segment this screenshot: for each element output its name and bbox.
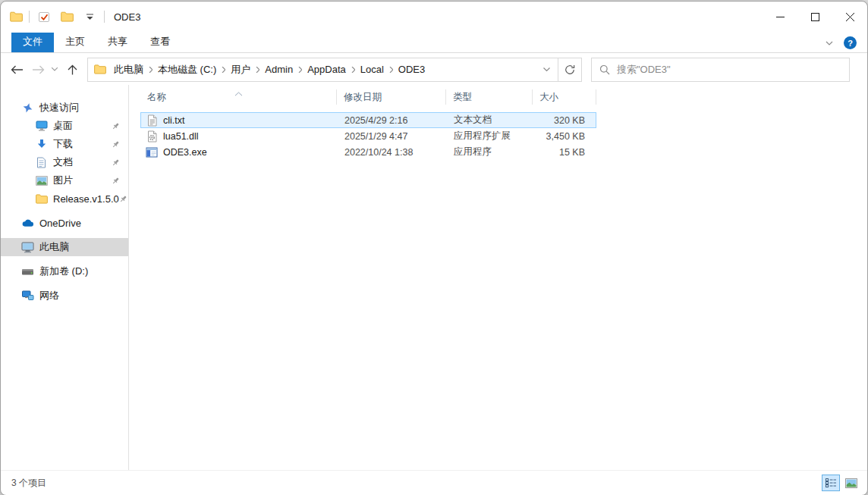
address-bar[interactable]: 此电脑 本地磁盘 (C:) 用户 Admin AppData Local ODE… <box>87 58 582 82</box>
file-row-ode3-exe[interactable]: ODE3.exe 2022/10/24 1:38 应用程序 15 KB <box>140 144 596 160</box>
maximize-button[interactable] <box>797 2 832 32</box>
pin-icon <box>112 140 120 149</box>
breadcrumb-item-current-folder[interactable]: ODE3 <box>395 64 428 75</box>
file-size: 320 KB <box>533 115 596 126</box>
properties-quick-button[interactable] <box>36 8 52 26</box>
ribbon-tab-row: 文件 主页 共享 查看 ? <box>1 32 867 53</box>
tab-home[interactable]: 主页 <box>54 33 96 52</box>
tab-view[interactable]: 查看 <box>139 33 181 52</box>
sidebar-item-label: 此电脑 <box>39 240 69 254</box>
sidebar-item-onedrive[interactable]: OneDrive <box>1 214 128 232</box>
breadcrumb-item-appdata[interactable]: AppData <box>304 64 349 75</box>
sidebar-item-d-drive[interactable]: 新加卷 (D:) <box>1 262 128 280</box>
pin-icon <box>112 122 120 130</box>
sidebar-item-label: Release.v1.5.0 <box>53 193 119 205</box>
column-headers: 名称 修改日期 类型 大小 <box>140 87 596 107</box>
sidebar-item-label: 文档 <box>53 155 73 169</box>
details-view-button[interactable] <box>822 475 840 491</box>
network-icon <box>21 290 34 301</box>
quick-access-star-icon <box>21 102 34 114</box>
address-history-chevron-icon[interactable] <box>535 58 558 81</box>
file-type: 应用程序 <box>447 146 533 158</box>
minimize-button[interactable] <box>763 2 797 32</box>
titlebar-separator <box>29 11 30 23</box>
sidebar-item-label: 桌面 <box>53 119 73 133</box>
file-type: 文本文档 <box>447 114 533 127</box>
file-type: 应用程序扩展 <box>447 130 533 143</box>
new-folder-quick-button[interactable] <box>58 8 75 26</box>
breadcrumb-chevron-icon[interactable] <box>387 67 395 73</box>
help-icon[interactable]: ? <box>844 36 857 49</box>
tab-share[interactable]: 共享 <box>96 33 139 52</box>
sidebar-item-label: OneDrive <box>39 218 81 229</box>
up-button[interactable] <box>61 59 83 80</box>
file-date: 2025/4/29 2:16 <box>338 115 447 126</box>
file-row-cli-txt[interactable]: cli.txt 2025/4/29 2:16 文本文档 320 KB <box>140 112 596 128</box>
navigation-pane: 快速访问 桌面 下载 <box>1 85 129 470</box>
customize-quick-access-dropdown[interactable] <box>81 8 98 26</box>
file-name: ODE3.exe <box>163 147 207 158</box>
forward-button[interactable] <box>28 59 48 80</box>
pin-icon <box>119 195 127 203</box>
sidebar-item-pictures[interactable]: 图片 <box>1 171 128 190</box>
sidebar-item-downloads[interactable]: 下载 <box>1 135 128 153</box>
item-count: 3 个项目 <box>1 477 46 490</box>
breadcrumb-chevron-icon[interactable] <box>349 67 357 73</box>
pin-icon <box>112 158 120 167</box>
breadcrumb-item-c-drive[interactable]: 本地磁盘 (C:) <box>155 63 219 77</box>
downloads-icon <box>35 139 48 149</box>
exe-file-icon <box>145 147 159 158</box>
breadcrumb-item-admin[interactable]: Admin <box>262 64 296 75</box>
folder-icon <box>35 194 48 204</box>
address-folder-icon <box>88 64 111 74</box>
file-row-lua51-dll[interactable]: lua51.dll 2025/1/29 4:47 应用程序扩展 3,450 KB <box>140 128 596 144</box>
file-rows: cli.txt 2025/4/29 2:16 文本文档 320 KB lua51… <box>140 112 596 160</box>
file-name: cli.txt <box>163 115 184 126</box>
file-size: 3,450 KB <box>533 131 596 142</box>
close-button[interactable] <box>832 2 867 32</box>
column-header-size[interactable]: 大小 <box>533 89 596 105</box>
back-button[interactable] <box>5 59 28 80</box>
pictures-icon <box>35 176 48 186</box>
hard-drive-icon <box>21 268 34 276</box>
file-name: lua51.dll <box>163 131 199 142</box>
sidebar-item-desktop[interactable]: 桌面 <box>1 117 128 135</box>
sidebar-item-documents[interactable]: 文档 <box>1 153 128 171</box>
sidebar-item-network[interactable]: 网络 <box>1 287 128 305</box>
breadcrumb-chevron-icon[interactable] <box>296 67 304 73</box>
sidebar-item-this-pc[interactable]: 此电脑 <box>1 238 128 256</box>
large-icons-view-icon <box>845 478 857 488</box>
breadcrumb-chevron-icon[interactable] <box>253 67 262 73</box>
sidebar-item-quick-access[interactable]: 快速访问 <box>1 99 128 117</box>
breadcrumb-item-this-pc[interactable]: 此电脑 <box>111 63 146 77</box>
file-size: 15 KB <box>533 147 596 158</box>
sidebar-item-label: 快速访问 <box>39 101 79 114</box>
text-file-icon <box>145 114 159 127</box>
breadcrumb-item-users[interactable]: 用户 <box>228 63 253 77</box>
details-view-icon <box>825 478 837 488</box>
search-icon <box>599 64 610 75</box>
sidebar-item-release-folder[interactable]: Release.v1.5.0 <box>1 190 128 208</box>
file-date: 2022/10/24 1:38 <box>338 147 447 158</box>
search-box[interactable] <box>591 58 850 82</box>
breadcrumb-chevron-icon[interactable] <box>146 67 155 73</box>
breadcrumb-chevron-icon[interactable] <box>219 67 228 73</box>
refresh-button[interactable] <box>558 58 581 81</box>
computer-icon <box>21 242 34 253</box>
sidebar-item-label: 网络 <box>39 289 59 302</box>
search-input[interactable] <box>615 63 849 76</box>
explorer-window: ODE3 文件 主页 共享 查看 ? <box>0 1 868 495</box>
sidebar-item-label: 下载 <box>53 137 73 151</box>
expand-ribbon-chevron-icon[interactable] <box>826 41 833 45</box>
dll-file-icon <box>145 130 159 143</box>
recent-locations-chevron-icon[interactable] <box>48 59 61 80</box>
title-bar: ODE3 <box>1 2 867 32</box>
column-header-date-modified[interactable]: 修改日期 <box>337 89 446 105</box>
desktop-icon <box>35 121 48 131</box>
breadcrumb-item-local[interactable]: Local <box>357 64 387 75</box>
onedrive-cloud-icon <box>21 218 34 227</box>
tab-file[interactable]: 文件 <box>11 33 54 52</box>
sort-ascending-caret-icon <box>234 86 243 99</box>
column-header-type[interactable]: 类型 <box>446 89 533 105</box>
large-icons-view-button[interactable] <box>842 475 860 491</box>
